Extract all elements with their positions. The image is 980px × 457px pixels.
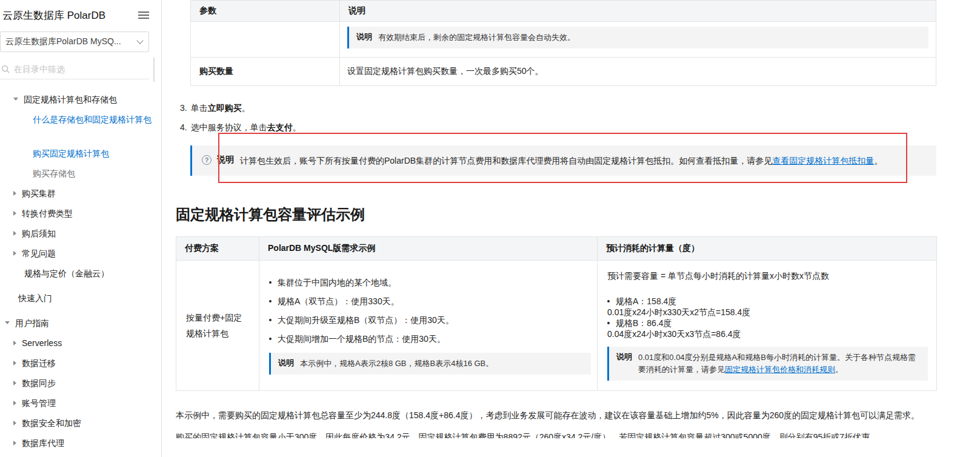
product-selector-value: 云原生数据库PolarDB MySQ... — [5, 36, 121, 47]
table-row: 按量付费+固定规格计算包 集群位于中国内地的某个地域。 规格A（双节点）：使用3… — [176, 261, 937, 391]
section-title: 固定规格计算包容量评估示例 — [176, 205, 937, 224]
note-label: 说明 — [616, 352, 632, 362]
help-circle-icon: ? — [202, 155, 212, 165]
nav-item-change-billing[interactable]: 转换付费类型 — [0, 203, 161, 223]
nav-item-user-guide[interactable]: 用户指南 — [0, 313, 161, 333]
calc-intro: 预计需要容量 = 单节点每小时消耗的计算量x小时数x节点数 — [607, 270, 927, 281]
nav-item-buy-storage-plan[interactable]: 购买存储包 — [0, 163, 161, 183]
step-text: 。 — [293, 122, 301, 132]
nav-item-account-management[interactable]: 账号管理 — [0, 393, 161, 413]
summary-paragraph: 本示例中，需要购买的固定规格计算包总容量至少为244.8度（158.4度+86.… — [176, 409, 937, 421]
nav-item-database-proxy[interactable]: 数据库代理 — [0, 433, 161, 453]
sidebar-scrollbar-thumb[interactable] — [153, 58, 155, 82]
collapse-arrow-icon[interactable] — [13, 98, 18, 101]
expand-arrow-icon[interactable] — [13, 211, 16, 216]
calc-item: 规格B：86.4度 0.04度x24小时x30天x3节点=86.4度 — [607, 318, 927, 339]
expand-arrow-icon[interactable] — [13, 191, 16, 196]
deduction-link[interactable]: 查看固定规格计算包抵扣量 — [772, 156, 874, 165]
expand-arrow-icon[interactable] — [13, 341, 16, 345]
nav-label: 数据同步 — [22, 377, 56, 389]
product-selector[interactable]: 云原生数据库PolarDB MySQ... — [0, 32, 149, 52]
requirement-item: 规格A（双节点）：使用330天。 — [269, 296, 590, 307]
clipped-text-region: 购买的固定规格计算包容量小于300度，因此每度价格为34.2元，固定规格计算包费… — [176, 431, 937, 438]
nav-label: 规格与定价（金融云） — [24, 267, 109, 279]
nav-item-buy-compute-plan[interactable]: 购买固定规格计算包 — [0, 143, 161, 163]
nav-item-compute-plan-group[interactable]: 固定规格计算包和存储包 — [0, 89, 161, 109]
requirement-text: 规格A（双节点）：使用330天。 — [278, 296, 399, 307]
requirement-item: 大促期间增加一个规格B的节点：使用30天。 — [269, 333, 590, 344]
page: 云原生数据库 PolarDB 云原生数据库PolarDB MySQ... 固定规… — [0, 0, 980, 457]
search-icon — [1, 65, 10, 73]
note-label: 说明 — [356, 32, 372, 42]
sidebar-header: 云原生数据库 PolarDB — [0, 6, 161, 24]
nav-item-buy-cluster[interactable]: 购买集群 — [0, 183, 161, 203]
expiry-note: 说明 有效期结束后，剩余的固定规格计算包容量会自动失效。 — [347, 27, 928, 48]
bullet-icon — [607, 300, 610, 302]
nav-item-data-migration[interactable]: 数据迁移 — [0, 353, 161, 373]
desc-cell: 说明 有效期结束后，剩余的固定规格计算包容量会自动失效。 — [340, 22, 936, 58]
expand-arrow-icon[interactable] — [13, 381, 16, 385]
requirement-item: 集群位于中国内地的某个地域。 — [269, 277, 590, 288]
note-text: 本示例中，规格A表示2核8 GB，规格B表示4核16 GB。 — [300, 358, 493, 370]
expand-arrow-icon[interactable] — [13, 401, 16, 405]
collapse-arrow-icon[interactable] — [5, 321, 10, 324]
menu-icon[interactable] — [138, 10, 149, 21]
nav-item-quick-start[interactable]: 快速入门 — [0, 288, 161, 308]
nav-item-what-is-plan[interactable]: 什么是存储包和固定规格计算包 — [0, 109, 161, 143]
bullet-icon — [269, 281, 272, 284]
nav-label: 用户指南 — [15, 317, 49, 329]
note-text: 0.01度和0.04度分别是规格A和规格B每小时消耗的计算量。关于各种节点规格需… — [638, 352, 921, 376]
step-text: 单击 — [191, 103, 208, 113]
nav-item-data-security[interactable]: 数据安全和加密 — [0, 413, 161, 433]
expand-arrow-icon[interactable] — [13, 441, 16, 445]
bullet-icon — [269, 338, 272, 340]
nav-label: 购后须知 — [22, 227, 56, 239]
requirement-text: 大促期间升级至规格B（双节点）：使用30天。 — [278, 315, 454, 325]
calc-formula: 0.01度x24小时x330天x2节点=158.4度 — [607, 307, 927, 318]
product-title: 云原生数据库 PolarDB — [2, 8, 105, 22]
requirements-cell: 集群位于中国内地的某个地域。 规格A（双节点）：使用330天。 大促期间升级至规… — [259, 261, 598, 391]
step-action: 去支付 — [267, 122, 293, 132]
params-table: 参数 说明 说明 有效期结束后，剩余的固定规格计算包容量会自动失效。 购买数量 — [190, 0, 936, 86]
nav-label: 转换付费类型 — [22, 207, 73, 219]
nav-label: 数据库代理 — [22, 437, 64, 449]
nav-label: 什么是存储包和固定规格计算包 — [33, 113, 152, 125]
step-item: 4.选中服务协议，单击去支付。 — [180, 118, 937, 137]
nav-label: 购买固定规格计算包 — [33, 147, 109, 159]
note-text-body: 计算包生效后，账号下所有按量付费的PolarDB集群的计算节点费用和数据库代理费… — [240, 156, 772, 165]
expand-arrow-icon[interactable] — [13, 231, 16, 236]
note-label: 说明 — [217, 155, 234, 165]
toc-search[interactable] — [0, 62, 149, 79]
nav-item-serverless[interactable]: Serverless — [0, 333, 161, 353]
bullet-icon — [269, 319, 272, 321]
note-text-suffix: 。 — [835, 365, 843, 374]
step-number: 4. — [180, 122, 187, 132]
calc-list: 规格A：158.4度 0.01度x24小时x330天x2节点=158.4度 规格… — [607, 296, 927, 339]
example-header-plan: 付费方案 — [176, 237, 259, 261]
nav-label: Serverless — [22, 337, 62, 349]
sidebar: 云原生数据库 PolarDB 云原生数据库PolarDB MySQ... 固定规… — [0, 0, 162, 457]
nav-item-faq[interactable]: 常见问题 — [0, 243, 161, 263]
table-row: 购买数量 设置固定规格计算包购买数量，一次最多购买50个。 — [191, 58, 936, 86]
nav-label: 固定规格计算包和存储包 — [24, 93, 117, 105]
nav-label: 账号管理 — [22, 397, 56, 409]
nav-item-data-sync[interactable]: 数据同步 — [0, 373, 161, 393]
nav-label: 购买存储包 — [33, 167, 75, 179]
nav-item-pricing-finance-cloud[interactable]: 规格与定价（金融云） — [0, 263, 161, 283]
search-input[interactable] — [14, 64, 135, 74]
requirements-list: 集群位于中国内地的某个地域。 规格A（双节点）：使用330天。 大促期间升级至规… — [269, 277, 590, 344]
step-number: 3. — [180, 103, 187, 113]
example-header-consumption: 预计消耗的计算量（度） — [598, 237, 937, 261]
expand-arrow-icon[interactable] — [13, 421, 16, 425]
desc-cell: 设置固定规格计算包购买数量，一次最多购买50个。 — [340, 58, 936, 86]
note-text: 计算包生效后，账号下所有按量付费的PolarDB集群的计算节点费用和数据库代理费… — [240, 155, 882, 167]
nav-label: 数据安全和加密 — [22, 417, 81, 429]
nav-label: 数据迁移 — [22, 357, 56, 369]
note-text: 有效期结束后，剩余的固定规格计算包容量会自动失效。 — [378, 32, 575, 44]
consumption-rules-link[interactable]: 固定规格计算包价格和消耗规则 — [725, 365, 835, 374]
requirement-text: 大促期间增加一个规格B的节点：使用30天。 — [278, 333, 445, 344]
nav-item-after-purchase[interactable]: 购后须知 — [0, 223, 161, 243]
expand-arrow-icon[interactable] — [13, 251, 16, 256]
expand-arrow-icon[interactable] — [13, 361, 16, 365]
doc-content: 参数 说明 说明 有效期结束后，剩余的固定规格计算包容量会自动失效。 购买数量 — [162, 0, 980, 457]
